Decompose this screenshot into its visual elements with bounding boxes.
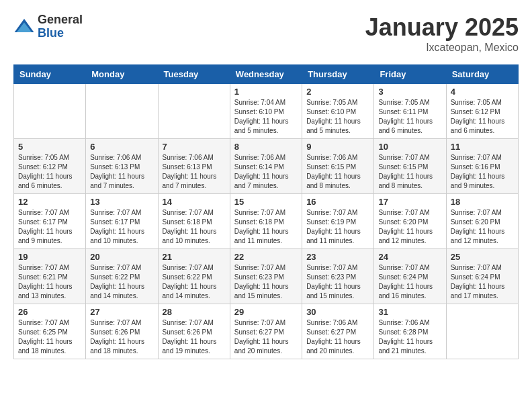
day-info: Sunrise: 7:07 AM Sunset: 6:22 PM Dayligh… (90, 263, 153, 301)
day-info: Sunrise: 7:07 AM Sunset: 6:20 PM Dayligh… (451, 208, 514, 246)
day-number: 3 (378, 87, 441, 97)
calendar-cell: 18Sunrise: 7:07 AM Sunset: 6:20 PM Dayli… (446, 194, 518, 249)
calendar-cell: 26Sunrise: 7:07 AM Sunset: 6:25 PM Dayli… (14, 304, 86, 359)
page-header: General Blue January 2025 Ixcateopan, Me… (13, 13, 519, 54)
calendar-week-2: 5Sunrise: 7:05 AM Sunset: 6:12 PM Daylig… (14, 139, 519, 194)
calendar-cell: 8Sunrise: 7:06 AM Sunset: 6:14 PM Daylig… (230, 139, 302, 194)
calendar-header-row: SundayMondayTuesdayWednesdayThursdayFrid… (14, 65, 519, 84)
day-number: 21 (163, 252, 226, 262)
calendar-cell: 19Sunrise: 7:07 AM Sunset: 6:21 PM Dayli… (14, 249, 86, 304)
location: Ixcateopan, Mexico (365, 42, 519, 54)
day-info: Sunrise: 7:04 AM Sunset: 6:10 PM Dayligh… (234, 98, 298, 136)
day-number: 7 (163, 142, 226, 152)
day-info: Sunrise: 7:07 AM Sunset: 6:15 PM Dayligh… (378, 153, 441, 191)
day-info: Sunrise: 7:06 AM Sunset: 6:15 PM Dayligh… (306, 153, 369, 191)
calendar-cell: 4Sunrise: 7:05 AM Sunset: 6:12 PM Daylig… (446, 84, 518, 139)
day-info: Sunrise: 7:06 AM Sunset: 6:13 PM Dayligh… (163, 153, 226, 191)
day-number: 26 (18, 307, 81, 317)
day-number: 10 (378, 142, 441, 152)
calendar-cell: 20Sunrise: 7:07 AM Sunset: 6:22 PM Dayli… (86, 249, 158, 304)
calendar-cell: 27Sunrise: 7:07 AM Sunset: 6:26 PM Dayli… (86, 304, 158, 359)
calendar-cell (86, 84, 158, 139)
day-number: 14 (163, 197, 226, 207)
day-number: 28 (163, 307, 226, 317)
day-header-friday: Friday (374, 65, 446, 84)
day-info: Sunrise: 7:06 AM Sunset: 6:27 PM Dayligh… (306, 318, 369, 356)
calendar-cell: 29Sunrise: 7:07 AM Sunset: 6:27 PM Dayli… (230, 304, 302, 359)
calendar-body: 1Sunrise: 7:04 AM Sunset: 6:10 PM Daylig… (14, 84, 519, 359)
day-number: 20 (90, 252, 153, 262)
day-info: Sunrise: 7:07 AM Sunset: 6:17 PM Dayligh… (90, 208, 153, 246)
day-info: Sunrise: 7:05 AM Sunset: 6:10 PM Dayligh… (306, 98, 369, 136)
day-number: 31 (378, 307, 441, 317)
day-info: Sunrise: 7:07 AM Sunset: 6:18 PM Dayligh… (163, 208, 226, 246)
logo-icon (13, 16, 35, 38)
logo-blue: Blue (38, 27, 83, 40)
day-number: 2 (306, 87, 369, 97)
calendar-cell: 11Sunrise: 7:07 AM Sunset: 6:16 PM Dayli… (446, 139, 518, 194)
day-info: Sunrise: 7:06 AM Sunset: 6:14 PM Dayligh… (234, 153, 298, 191)
day-info: Sunrise: 7:05 AM Sunset: 6:12 PM Dayligh… (451, 98, 514, 136)
calendar-cell: 24Sunrise: 7:07 AM Sunset: 6:24 PM Dayli… (374, 249, 446, 304)
month-title: January 2025 (365, 13, 519, 42)
day-info: Sunrise: 7:07 AM Sunset: 6:27 PM Dayligh… (234, 318, 298, 356)
day-number: 30 (306, 307, 369, 317)
calendar-cell: 15Sunrise: 7:07 AM Sunset: 6:18 PM Dayli… (230, 194, 302, 249)
day-header-saturday: Saturday (446, 65, 518, 84)
day-info: Sunrise: 7:07 AM Sunset: 6:24 PM Dayligh… (378, 263, 441, 301)
calendar-cell: 3Sunrise: 7:05 AM Sunset: 6:11 PM Daylig… (374, 84, 446, 139)
calendar-cell (446, 304, 518, 359)
calendar-cell: 6Sunrise: 7:06 AM Sunset: 6:13 PM Daylig… (86, 139, 158, 194)
day-info: Sunrise: 7:07 AM Sunset: 6:26 PM Dayligh… (90, 318, 153, 356)
calendar-cell (158, 84, 230, 139)
logo: General Blue (13, 13, 83, 40)
day-number: 29 (234, 307, 298, 317)
calendar-cell: 5Sunrise: 7:05 AM Sunset: 6:12 PM Daylig… (14, 139, 86, 194)
day-header-thursday: Thursday (302, 65, 374, 84)
calendar-week-5: 26Sunrise: 7:07 AM Sunset: 6:25 PM Dayli… (14, 304, 519, 359)
day-number: 15 (234, 197, 298, 207)
day-info: Sunrise: 7:05 AM Sunset: 6:11 PM Dayligh… (378, 98, 441, 136)
day-number: 25 (451, 252, 514, 262)
calendar-cell: 31Sunrise: 7:06 AM Sunset: 6:28 PM Dayli… (374, 304, 446, 359)
day-info: Sunrise: 7:07 AM Sunset: 6:23 PM Dayligh… (306, 263, 369, 301)
calendar-cell: 22Sunrise: 7:07 AM Sunset: 6:23 PM Dayli… (230, 249, 302, 304)
day-info: Sunrise: 7:07 AM Sunset: 6:18 PM Dayligh… (234, 208, 298, 246)
calendar-cell: 30Sunrise: 7:06 AM Sunset: 6:27 PM Dayli… (302, 304, 374, 359)
calendar-cell: 14Sunrise: 7:07 AM Sunset: 6:18 PM Dayli… (158, 194, 230, 249)
day-number: 6 (90, 142, 153, 152)
day-number: 27 (90, 307, 153, 317)
calendar-cell: 13Sunrise: 7:07 AM Sunset: 6:17 PM Dayli… (86, 194, 158, 249)
day-number: 13 (90, 197, 153, 207)
calendar-cell: 1Sunrise: 7:04 AM Sunset: 6:10 PM Daylig… (230, 84, 302, 139)
calendar-cell: 7Sunrise: 7:06 AM Sunset: 6:13 PM Daylig… (158, 139, 230, 194)
day-number: 22 (234, 252, 298, 262)
day-info: Sunrise: 7:05 AM Sunset: 6:12 PM Dayligh… (18, 153, 81, 191)
day-number: 4 (451, 87, 514, 97)
calendar-cell: 23Sunrise: 7:07 AM Sunset: 6:23 PM Dayli… (302, 249, 374, 304)
day-header-monday: Monday (86, 65, 158, 84)
logo-general: General (38, 13, 83, 27)
calendar-week-1: 1Sunrise: 7:04 AM Sunset: 6:10 PM Daylig… (14, 84, 519, 139)
day-number: 18 (451, 197, 514, 207)
calendar-cell: 2Sunrise: 7:05 AM Sunset: 6:10 PM Daylig… (302, 84, 374, 139)
day-number: 9 (306, 142, 369, 152)
day-info: Sunrise: 7:07 AM Sunset: 6:20 PM Dayligh… (378, 208, 441, 246)
logo-text: General Blue (38, 13, 83, 40)
calendar-table: SundayMondayTuesdayWednesdayThursdayFrid… (13, 64, 519, 359)
calendar-week-4: 19Sunrise: 7:07 AM Sunset: 6:21 PM Dayli… (14, 249, 519, 304)
day-info: Sunrise: 7:07 AM Sunset: 6:25 PM Dayligh… (18, 318, 81, 356)
calendar-cell: 10Sunrise: 7:07 AM Sunset: 6:15 PM Dayli… (374, 139, 446, 194)
calendar-cell: 17Sunrise: 7:07 AM Sunset: 6:20 PM Dayli… (374, 194, 446, 249)
title-block: January 2025 Ixcateopan, Mexico (365, 13, 519, 54)
day-info: Sunrise: 7:07 AM Sunset: 6:24 PM Dayligh… (451, 263, 514, 301)
day-info: Sunrise: 7:07 AM Sunset: 6:22 PM Dayligh… (163, 263, 226, 301)
day-number: 1 (234, 87, 298, 97)
day-header-tuesday: Tuesday (158, 65, 230, 84)
calendar-cell: 12Sunrise: 7:07 AM Sunset: 6:17 PM Dayli… (14, 194, 86, 249)
day-header-wednesday: Wednesday (230, 65, 302, 84)
calendar-cell: 28Sunrise: 7:07 AM Sunset: 6:26 PM Dayli… (158, 304, 230, 359)
day-number: 11 (451, 142, 514, 152)
day-info: Sunrise: 7:06 AM Sunset: 6:28 PM Dayligh… (378, 318, 441, 356)
calendar-cell: 16Sunrise: 7:07 AM Sunset: 6:19 PM Dayli… (302, 194, 374, 249)
